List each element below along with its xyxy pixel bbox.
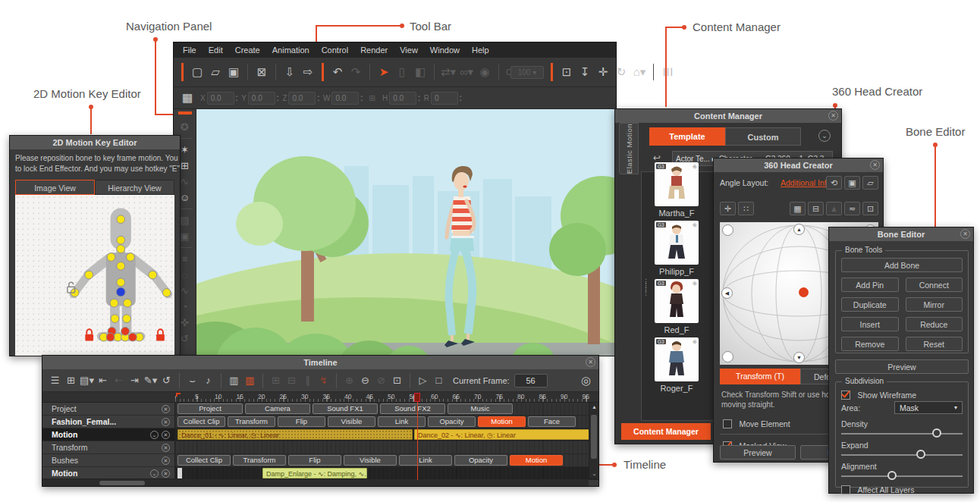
- rotate-tool-icon[interactable]: ↻: [612, 62, 630, 82]
- panel-title[interactable]: Timeline: [42, 356, 598, 369]
- track-button[interactable]: Flip: [278, 416, 325, 427]
- track-button[interactable]: Face: [528, 416, 576, 427]
- affect-all-layers-checkbox[interactable]: Affect All Layers: [841, 482, 915, 496]
- mute-track-icon[interactable]: ✕: [162, 405, 170, 413]
- mute-track-icon[interactable]: ✕: [162, 444, 170, 452]
- lip-sync-icon[interactable]: ⌣: [184, 375, 200, 387]
- separator[interactable]: [322, 63, 324, 81]
- breadcrumb-item[interactable]: Actor Te... ▸: [676, 155, 716, 163]
- link-icon[interactable]: ∞▾: [457, 62, 476, 82]
- transform-field[interactable]: Y 0.0 ▴▾: [241, 92, 278, 105]
- separator[interactable]: [221, 373, 221, 388]
- slider-icon[interactable]: ≂: [844, 202, 860, 215]
- tab-transform[interactable]: Transform (T): [720, 369, 800, 384]
- separator[interactable]: [410, 373, 410, 388]
- grid-snap-icon[interactable]: ▦: [178, 88, 196, 108]
- track-button[interactable]: Visible: [328, 416, 375, 427]
- menu-item[interactable]: View: [400, 45, 418, 55]
- track-list-icon[interactable]: ☰: [47, 375, 63, 386]
- track-name[interactable]: Motion ⌄ ✕: [42, 428, 175, 441]
- transform-field[interactable]: X 0.0 ▴▾: [200, 92, 237, 105]
- content-item[interactable]: G3 ◈ Philipp_F: [650, 221, 703, 276]
- preview-button[interactable]: Preview: [720, 445, 796, 460]
- opacity-label[interactable]: Opacity: [504, 62, 508, 82]
- track-button[interactable]: Opacity: [428, 416, 476, 427]
- close-icon[interactable]: ✕: [828, 111, 838, 121]
- pin-anchor-icon[interactable]: ↧: [576, 62, 594, 82]
- timeline-ruler[interactable]: 5101520253035404550556065707580859095: [42, 392, 598, 403]
- menu-item[interactable]: File: [183, 45, 196, 55]
- opacity-value[interactable]: 100 ▾: [510, 66, 544, 79]
- menu-item[interactable]: Animation: [272, 45, 309, 55]
- transform-field[interactable]: R 0 ▴▾: [424, 92, 462, 105]
- zoom-selection-icon[interactable]: ⊘: [373, 375, 389, 386]
- area-select[interactable]: Mask▾: [894, 401, 963, 414]
- mute-track-icon[interactable]: ✕: [162, 418, 170, 426]
- zoom-out-icon[interactable]: ⊖: [357, 375, 373, 386]
- export-icon[interactable]: ⇨: [299, 62, 317, 82]
- separator[interactable]: [262, 373, 263, 388]
- track-button[interactable]: Collect Clip: [177, 416, 225, 427]
- chevron-down-icon[interactable]: ⌄: [818, 130, 831, 142]
- stop-icon[interactable]: □: [431, 375, 447, 386]
- track-button[interactable]: Collect Clip: [177, 455, 231, 466]
- eye-icon[interactable]: ◉: [476, 62, 494, 82]
- track-button[interactable]: Camera: [245, 403, 310, 414]
- collapse-track-icon[interactable]: ⌄: [150, 469, 159, 478]
- transform-field[interactable]: H 0.0 ▴▾: [382, 92, 420, 105]
- cast-scene-icon[interactable]: ✪: [177, 119, 193, 135]
- audio-track-icon[interactable]: ♪: [200, 375, 216, 386]
- refresh-icon[interactable]: ⟲: [826, 176, 842, 190]
- mute-track-icon[interactable]: ✕: [162, 457, 170, 465]
- mute-track-icon[interactable]: ✕: [162, 431, 170, 439]
- stage-canvas[interactable]: [196, 109, 616, 356]
- separator[interactable]: [369, 64, 370, 80]
- current-angle-point[interactable]: [799, 287, 809, 297]
- mute-track-icon[interactable]: ✕: [162, 469, 170, 478]
- copy-icon[interactable]: ⊟: [808, 202, 824, 215]
- track-button[interactable]: Visible: [344, 455, 397, 466]
- angle-left-button[interactable]: ◀: [721, 287, 733, 299]
- expand-slider[interactable]: [841, 454, 963, 456]
- track-button[interactable]: Sound FX1: [313, 403, 378, 414]
- track-button[interactable]: Project: [177, 403, 243, 414]
- mirror-icon[interactable]: ▲: [826, 202, 842, 215]
- select-cursor-icon[interactable]: ➤: [375, 62, 393, 82]
- open-project-icon[interactable]: ▱: [206, 62, 225, 82]
- add-bone-button[interactable]: Add Bone: [841, 258, 963, 272]
- vertical-scrollbar[interactable]: ▲ ⌄: [589, 403, 598, 478]
- density-slider[interactable]: [841, 433, 963, 435]
- separator[interactable]: [247, 64, 248, 80]
- render-camera-icon[interactable]: ◎: [578, 374, 594, 387]
- transform-field[interactable]: W 0.0 ▴▾: [323, 92, 363, 105]
- alignment-slider[interactable]: [841, 475, 963, 477]
- fit-view-icon[interactable]: ⊡: [389, 375, 405, 386]
- move-tool-icon[interactable]: ✛: [594, 62, 612, 82]
- track-button[interactable]: Sound FX2: [380, 403, 445, 414]
- panel-title[interactable]: 360 Head Creator: [714, 158, 883, 172]
- close-icon[interactable]: ✕: [870, 160, 880, 170]
- grid-icon[interactable]: ▦: [790, 202, 806, 215]
- track-button[interactable]: Link: [378, 416, 426, 427]
- tab-image-view[interactable]: Image View: [15, 180, 95, 195]
- sprite-track-icon[interactable]: ▥: [242, 375, 258, 386]
- fill-color-icon[interactable]: ◧: [411, 62, 429, 82]
- separator[interactable]: [653, 64, 654, 80]
- play-icon[interactable]: ▷: [415, 375, 431, 386]
- render-preview-icon[interactable]: ⊡: [558, 62, 576, 82]
- breadcrumb-back-icon[interactable]: ↩: [653, 152, 661, 163]
- clip-dance02[interactable]: Dance_02 - ∿: Linear, ◷: Linear: [414, 429, 596, 440]
- current-frame-input[interactable]: 56: [514, 374, 548, 387]
- track-name[interactable]: Project ✕: [42, 403, 175, 416]
- bone-tool-button[interactable]: Reduce: [906, 317, 963, 331]
- move-points-icon[interactable]: ✛: [720, 202, 736, 215]
- save-project-icon[interactable]: ▣: [225, 62, 243, 82]
- load-icon[interactable]: ▱: [862, 176, 878, 190]
- separator[interactable]: [498, 64, 499, 80]
- horizontal-scrollbar[interactable]: [42, 478, 589, 486]
- menu-item[interactable]: Edit: [209, 45, 223, 55]
- transform-field[interactable]: Z 0.0 ▴▾: [282, 92, 319, 105]
- track-name[interactable]: Transform ✕: [42, 441, 175, 454]
- separator[interactable]: [551, 63, 553, 81]
- angle-down-button[interactable]: ▼: [793, 352, 805, 363]
